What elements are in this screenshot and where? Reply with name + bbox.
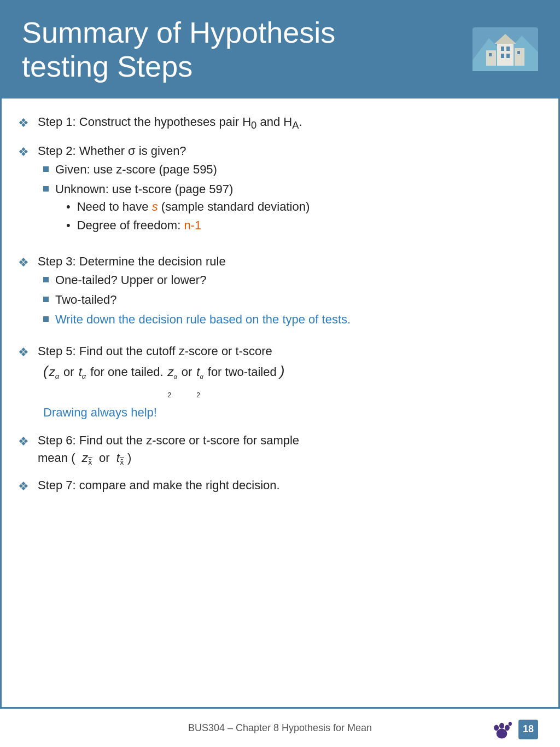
highlight-s: s xyxy=(152,200,158,213)
svg-rect-10 xyxy=(489,53,492,56)
step2-subsub2: • Degree of freedom: n-1 xyxy=(66,218,310,233)
paw-icon xyxy=(489,717,514,742)
step5-content: Step 5: Find out the cutoff z-score or t… xyxy=(38,344,284,421)
step7-item: ❖ Step 7: compare and make the right dec… xyxy=(18,478,531,494)
page-number: 18 xyxy=(518,720,538,739)
diamond-bullet-7: ❖ xyxy=(18,479,29,494)
step3-sub2: Two-tailed? xyxy=(43,293,351,307)
step2-item: ❖ Step 2: Whether σ is given? Given: use… xyxy=(18,144,531,242)
title-line2: testing Steps xyxy=(22,50,192,83)
or-text-1: or xyxy=(63,363,74,381)
highlight-n1: n-1 xyxy=(184,218,201,232)
step2-subsub2-text: Degree of freedom: n-1 xyxy=(77,218,201,233)
step3-content: Step 3: Determine the decision rule One-… xyxy=(38,254,351,332)
slide-header: Summary of Hypothesis testing Steps xyxy=(0,0,560,99)
t-alpha-half: tα2 xyxy=(196,363,203,400)
step6-item: ❖ Step 6: Find out the z-score or t-scor… xyxy=(18,433,531,466)
square-bullet xyxy=(43,316,49,322)
z-alpha: zα xyxy=(49,363,59,382)
step3-sub2-text: Two-tailed? xyxy=(55,293,117,307)
step2-subsublist: • Need to have s (sample standard deviat… xyxy=(66,200,310,233)
step2-sub2-content: Unknown: use t-score (page 597) • Need t… xyxy=(55,182,310,237)
svg-rect-6 xyxy=(506,54,510,58)
step5-formula-line: ( zα or tα for one tailed. zα2 or tα2 fo… xyxy=(43,361,284,400)
t-xbar: tx̄ xyxy=(116,451,124,466)
z-alpha-half: zα2 xyxy=(168,363,177,400)
close-paren: ) xyxy=(280,361,285,382)
svg-point-15 xyxy=(505,725,510,731)
slide-footer: BUS304 – Chapter 8 Hypothesis for Mean 1… xyxy=(0,709,560,747)
svg-point-16 xyxy=(509,722,512,726)
step6-text: Step 6: Find out the z-score or t-score … xyxy=(38,433,299,447)
step3-sublist: One-tailed? Upper or lower? Two-tailed? … xyxy=(43,273,351,327)
circle-bullet-2: • xyxy=(66,218,71,233)
step6-formula: mean ( zx̄ or tx̄ ) xyxy=(38,451,299,466)
step2-sub1-text: Given: use z-score (page 595) xyxy=(55,163,217,177)
square-bullet xyxy=(43,186,49,192)
svg-rect-11 xyxy=(517,51,520,54)
svg-rect-5 xyxy=(501,54,504,58)
step5-item: ❖ Step 5: Find out the cutoff z-score or… xyxy=(18,344,531,421)
square-bullet xyxy=(43,297,49,302)
svg-rect-9 xyxy=(515,48,524,66)
t-alpha: tα xyxy=(79,363,86,382)
open-paren: ( xyxy=(43,361,48,382)
svg-point-13 xyxy=(494,725,499,731)
step2-subsub1-text: Need to have s (sample standard deviatio… xyxy=(77,200,310,214)
drawing-help: Drawing always help! xyxy=(43,403,284,421)
svg-rect-4 xyxy=(506,47,510,51)
step2-sublist: Given: use z-score (page 595) Unknown: u… xyxy=(43,163,310,237)
step2-text: Step 2: Whether σ is given? xyxy=(38,144,186,158)
footer-text: BUS304 – Chapter 8 Hypothesis for Mean xyxy=(188,722,372,734)
square-bullet xyxy=(43,166,49,172)
title-line1: Summary of Hypothesis xyxy=(22,16,335,49)
step2-subsub1: • Need to have s (sample standard deviat… xyxy=(66,200,310,214)
step3-text: Step 3: Determine the decision rule xyxy=(38,254,226,268)
svg-point-14 xyxy=(499,723,504,729)
header-logo xyxy=(472,27,538,71)
for-one-tailed: for one tailed. xyxy=(90,363,163,381)
square-bullet xyxy=(43,277,49,282)
step7-text: Step 7: compare and make the right decis… xyxy=(38,478,280,493)
for-two-tailed: for two-tailed xyxy=(208,363,277,381)
step3-item: ❖ Step 3: Determine the decision rule On… xyxy=(18,254,531,332)
svg-rect-2 xyxy=(497,44,514,66)
step3-sub1-text: One-tailed? Upper or lower? xyxy=(55,273,206,287)
step3-sub1: One-tailed? Upper or lower? xyxy=(43,273,351,287)
svg-rect-8 xyxy=(486,50,496,66)
svg-point-12 xyxy=(497,729,508,739)
diamond-bullet-2: ❖ xyxy=(18,145,29,159)
diamond-bullet-3: ❖ xyxy=(18,256,29,270)
or-text-2: or xyxy=(182,363,192,381)
step2-sub2: Unknown: use t-score (page 597) • Need t… xyxy=(43,182,310,237)
footer-paw-area: 18 xyxy=(489,717,538,742)
slide-title: Summary of Hypothesis testing Steps xyxy=(22,15,472,83)
step5-text: Step 5: Find out the cutoff z-score or t… xyxy=(38,344,272,358)
step2-content: Step 2: Whether σ is given? Given: use z… xyxy=(38,144,310,242)
step3-sub3-text: Write down the decision rule based on th… xyxy=(55,312,351,327)
step3-sub3: Write down the decision rule based on th… xyxy=(43,312,351,327)
step1-item: ❖ Step 1: Construct the hypotheses pair … xyxy=(18,115,531,131)
steps-list: ❖ Step 1: Construct the hypotheses pair … xyxy=(18,115,531,494)
step2-sub1: Given: use z-score (page 595) xyxy=(43,163,310,177)
diamond-bullet-6: ❖ xyxy=(18,435,29,449)
z-xbar: zx̄ xyxy=(82,451,92,466)
step2-sub2-text: Unknown: use t-score (page 597) xyxy=(55,182,233,196)
step6-content: Step 6: Find out the z-score or t-score … xyxy=(38,433,299,466)
circle-bullet-1: • xyxy=(66,200,71,214)
diamond-bullet-1: ❖ xyxy=(18,116,29,130)
svg-rect-3 xyxy=(501,47,504,51)
step5-formula-block: ( zα or tα for one tailed. zα2 or tα2 fo… xyxy=(43,361,284,421)
step1-text: Step 1: Construct the hypotheses pair H0… xyxy=(38,115,302,131)
diamond-bullet-5: ❖ xyxy=(18,345,29,360)
slide-content: ❖ Step 1: Construct the hypotheses pair … xyxy=(0,99,560,709)
